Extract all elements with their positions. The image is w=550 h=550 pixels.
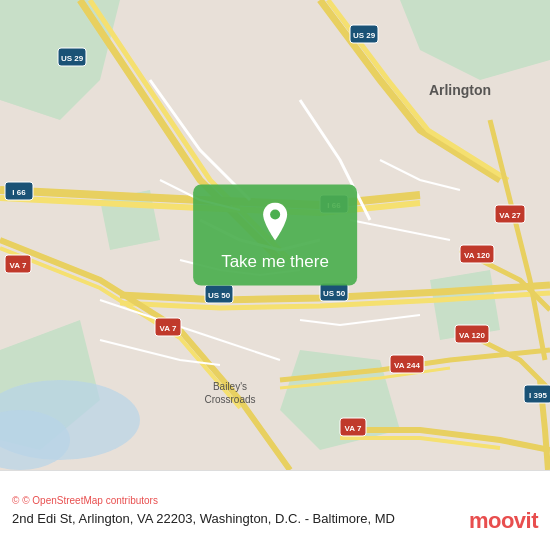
svg-text:I 66: I 66 [12, 188, 26, 197]
osm-attribution: © © OpenStreetMap contributors [12, 495, 538, 506]
svg-text:VA 120: VA 120 [459, 331, 485, 340]
map-container: US 29 US 29 I 66 I 66 US 50 US 50 VA 7 V… [0, 0, 550, 470]
moovit-logo: moovit [469, 508, 538, 534]
moovit-brand-text: moovit [469, 508, 538, 534]
address-line: 2nd Edi St, Arlington, VA 22203, Washing… [12, 510, 538, 528]
location-pin-icon [259, 203, 291, 246]
svg-text:Bailey's: Bailey's [213, 381, 247, 392]
svg-text:Arlington: Arlington [429, 82, 491, 98]
svg-text:Crossroads: Crossroads [204, 394, 255, 405]
svg-text:VA 7: VA 7 [160, 324, 177, 333]
svg-text:VA 7: VA 7 [345, 424, 362, 433]
svg-text:US 29: US 29 [353, 31, 376, 40]
take-me-there-label: Take me there [221, 252, 329, 272]
svg-text:I 395: I 395 [529, 391, 547, 400]
svg-text:US 50: US 50 [323, 289, 346, 298]
svg-text:VA 120: VA 120 [464, 251, 490, 260]
svg-text:VA 27: VA 27 [499, 211, 521, 220]
osm-text: © OpenStreetMap contributors [22, 495, 158, 506]
svg-point-40 [270, 210, 280, 220]
footer: © © OpenStreetMap contributors 2nd Edi S… [0, 470, 550, 550]
svg-text:VA 7: VA 7 [10, 261, 27, 270]
svg-text:US 29: US 29 [61, 54, 84, 63]
svg-text:VA 244: VA 244 [394, 361, 420, 370]
copyright-symbol: © [12, 495, 19, 506]
svg-text:US 50: US 50 [208, 291, 231, 300]
take-me-there-button[interactable]: Take me there [193, 185, 357, 286]
